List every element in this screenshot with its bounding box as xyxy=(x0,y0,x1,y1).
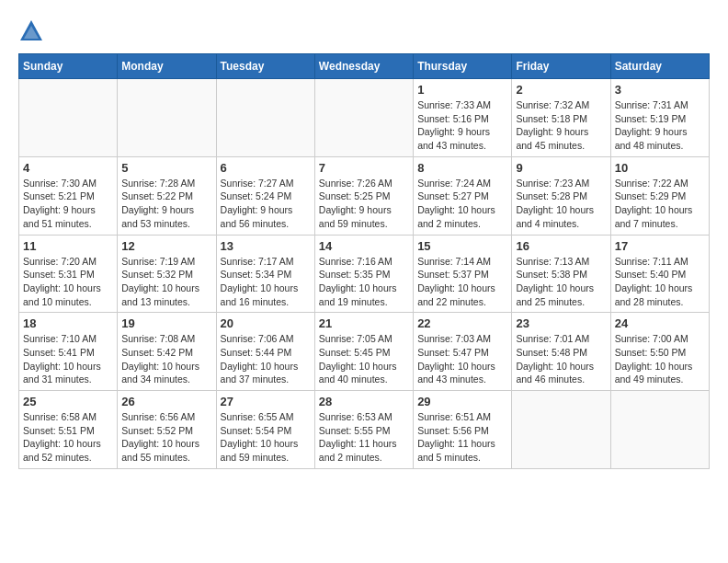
calendar-cell xyxy=(512,391,610,469)
calendar-cell: 23Sunrise: 7:01 AM Sunset: 5:48 PM Dayli… xyxy=(512,313,610,391)
calendar-cell: 14Sunrise: 7:16 AM Sunset: 5:35 PM Dayli… xyxy=(314,235,413,313)
day-info: Sunrise: 7:30 AM Sunset: 5:21 PM Dayligh… xyxy=(23,177,113,231)
calendar-cell xyxy=(216,79,314,157)
day-number: 21 xyxy=(319,316,409,330)
calendar-week-row: 1Sunrise: 7:33 AM Sunset: 5:16 PM Daylig… xyxy=(19,79,710,157)
day-info: Sunrise: 7:06 AM Sunset: 5:44 PM Dayligh… xyxy=(221,332,311,386)
day-info: Sunrise: 7:03 AM Sunset: 5:47 PM Dayligh… xyxy=(417,332,507,386)
day-info: Sunrise: 7:31 AM Sunset: 5:19 PM Dayligh… xyxy=(615,98,705,153)
day-info: Sunrise: 7:14 AM Sunset: 5:37 PM Dayligh… xyxy=(417,255,507,309)
calendar-cell: 12Sunrise: 7:19 AM Sunset: 5:32 PM Dayli… xyxy=(118,235,216,313)
day-number: 29 xyxy=(417,395,507,408)
calendar-cell: 20Sunrise: 7:06 AM Sunset: 5:44 PM Dayli… xyxy=(216,313,314,391)
day-number: 25 xyxy=(23,395,113,408)
calendar-week-row: 4Sunrise: 7:30 AM Sunset: 5:21 PM Daylig… xyxy=(19,156,710,235)
column-header-wednesday: Wednesday xyxy=(314,54,413,79)
calendar-cell: 18Sunrise: 7:10 AM Sunset: 5:41 PM Dayli… xyxy=(19,313,118,391)
day-number: 17 xyxy=(615,239,705,253)
calendar-cell: 1Sunrise: 7:33 AM Sunset: 5:16 PM Daylig… xyxy=(414,79,512,157)
day-info: Sunrise: 7:16 AM Sunset: 5:35 PM Dayligh… xyxy=(319,255,409,309)
calendar-cell: 13Sunrise: 7:17 AM Sunset: 5:34 PM Dayli… xyxy=(216,235,314,313)
day-info: Sunrise: 6:56 AM Sunset: 5:52 PM Dayligh… xyxy=(121,410,211,465)
calendar-cell: 16Sunrise: 7:13 AM Sunset: 5:38 PM Dayli… xyxy=(512,235,610,313)
day-info: Sunrise: 7:23 AM Sunset: 5:28 PM Dayligh… xyxy=(516,177,606,231)
calendar-cell: 5Sunrise: 7:28 AM Sunset: 5:22 PM Daylig… xyxy=(118,156,216,235)
day-info: Sunrise: 7:26 AM Sunset: 5:25 PM Dayligh… xyxy=(319,177,409,231)
day-info: Sunrise: 7:13 AM Sunset: 5:38 PM Dayligh… xyxy=(516,255,606,309)
day-number: 12 xyxy=(121,239,211,253)
day-number: 16 xyxy=(516,239,606,253)
calendar-cell: 11Sunrise: 7:20 AM Sunset: 5:31 PM Dayli… xyxy=(19,235,118,313)
day-info: Sunrise: 6:53 AM Sunset: 5:55 PM Dayligh… xyxy=(319,410,409,465)
calendar-cell: 3Sunrise: 7:31 AM Sunset: 5:19 PM Daylig… xyxy=(610,79,709,157)
day-info: Sunrise: 7:05 AM Sunset: 5:45 PM Dayligh… xyxy=(319,332,409,386)
day-number: 5 xyxy=(121,161,211,175)
calendar-cell: 10Sunrise: 7:22 AM Sunset: 5:29 PM Dayli… xyxy=(610,156,709,235)
day-info: Sunrise: 7:24 AM Sunset: 5:27 PM Dayligh… xyxy=(417,177,507,231)
day-number: 6 xyxy=(221,161,311,175)
logo xyxy=(18,18,48,44)
calendar-cell: 15Sunrise: 7:14 AM Sunset: 5:37 PM Dayli… xyxy=(414,235,512,313)
day-number: 8 xyxy=(417,161,507,175)
calendar-cell: 19Sunrise: 7:08 AM Sunset: 5:42 PM Dayli… xyxy=(118,313,216,391)
day-number: 19 xyxy=(121,316,211,330)
day-info: Sunrise: 7:19 AM Sunset: 5:32 PM Dayligh… xyxy=(121,255,211,309)
day-info: Sunrise: 6:51 AM Sunset: 5:56 PM Dayligh… xyxy=(417,410,507,465)
column-header-saturday: Saturday xyxy=(610,54,709,79)
calendar-cell: 2Sunrise: 7:32 AM Sunset: 5:18 PM Daylig… xyxy=(512,79,610,157)
calendar-cell xyxy=(610,391,709,469)
day-info: Sunrise: 7:17 AM Sunset: 5:34 PM Dayligh… xyxy=(221,255,311,309)
day-info: Sunrise: 7:08 AM Sunset: 5:42 PM Dayligh… xyxy=(121,332,211,386)
day-number: 14 xyxy=(319,239,409,253)
day-number: 28 xyxy=(319,395,409,408)
day-number: 1 xyxy=(417,83,507,97)
day-info: Sunrise: 7:27 AM Sunset: 5:24 PM Dayligh… xyxy=(221,177,311,231)
day-info: Sunrise: 7:32 AM Sunset: 5:18 PM Dayligh… xyxy=(516,98,606,153)
column-header-tuesday: Tuesday xyxy=(216,54,314,79)
calendar-week-row: 25Sunrise: 6:58 AM Sunset: 5:51 PM Dayli… xyxy=(19,391,710,469)
day-info: Sunrise: 7:22 AM Sunset: 5:29 PM Dayligh… xyxy=(615,177,705,231)
day-info: Sunrise: 7:00 AM Sunset: 5:50 PM Dayligh… xyxy=(615,332,705,386)
day-info: Sunrise: 7:11 AM Sunset: 5:40 PM Dayligh… xyxy=(615,255,705,309)
page-header xyxy=(18,18,710,44)
day-info: Sunrise: 6:58 AM Sunset: 5:51 PM Dayligh… xyxy=(23,410,113,465)
calendar-cell xyxy=(314,79,413,157)
column-header-monday: Monday xyxy=(118,54,216,79)
day-number: 7 xyxy=(319,161,409,175)
day-number: 20 xyxy=(221,316,311,330)
calendar-cell: 28Sunrise: 6:53 AM Sunset: 5:55 PM Dayli… xyxy=(314,391,413,469)
calendar-cell: 21Sunrise: 7:05 AM Sunset: 5:45 PM Dayli… xyxy=(314,313,413,391)
day-number: 10 xyxy=(615,161,705,175)
calendar-cell xyxy=(118,79,216,157)
day-number: 2 xyxy=(516,83,606,97)
calendar-cell: 22Sunrise: 7:03 AM Sunset: 5:47 PM Dayli… xyxy=(414,313,512,391)
day-number: 9 xyxy=(516,161,606,175)
day-number: 18 xyxy=(23,316,113,330)
calendar-cell: 17Sunrise: 7:11 AM Sunset: 5:40 PM Dayli… xyxy=(610,235,709,313)
day-number: 11 xyxy=(23,239,113,253)
calendar-cell: 8Sunrise: 7:24 AM Sunset: 5:27 PM Daylig… xyxy=(414,156,512,235)
day-info: Sunrise: 7:01 AM Sunset: 5:48 PM Dayligh… xyxy=(516,332,606,386)
calendar-cell: 4Sunrise: 7:30 AM Sunset: 5:21 PM Daylig… xyxy=(19,156,118,235)
day-number: 13 xyxy=(221,239,311,253)
day-number: 22 xyxy=(417,316,507,330)
calendar-cell: 7Sunrise: 7:26 AM Sunset: 5:25 PM Daylig… xyxy=(314,156,413,235)
day-info: Sunrise: 7:28 AM Sunset: 5:22 PM Dayligh… xyxy=(121,177,211,231)
column-header-thursday: Thursday xyxy=(414,54,512,79)
logo-icon xyxy=(18,18,44,44)
calendar-week-row: 11Sunrise: 7:20 AM Sunset: 5:31 PM Dayli… xyxy=(19,235,710,313)
column-header-friday: Friday xyxy=(512,54,610,79)
day-info: Sunrise: 7:20 AM Sunset: 5:31 PM Dayligh… xyxy=(23,255,113,309)
calendar-table: SundayMondayTuesdayWednesdayThursdayFrid… xyxy=(18,53,710,469)
day-number: 27 xyxy=(221,395,311,408)
day-number: 24 xyxy=(615,316,705,330)
calendar-cell: 25Sunrise: 6:58 AM Sunset: 5:51 PM Dayli… xyxy=(19,391,118,469)
calendar-cell: 9Sunrise: 7:23 AM Sunset: 5:28 PM Daylig… xyxy=(512,156,610,235)
calendar-header-row: SundayMondayTuesdayWednesdayThursdayFrid… xyxy=(19,54,710,79)
calendar-week-row: 18Sunrise: 7:10 AM Sunset: 5:41 PM Dayli… xyxy=(19,313,710,391)
calendar-cell xyxy=(19,79,118,157)
day-info: Sunrise: 7:33 AM Sunset: 5:16 PM Dayligh… xyxy=(417,98,507,153)
calendar-cell: 27Sunrise: 6:55 AM Sunset: 5:54 PM Dayli… xyxy=(216,391,314,469)
day-number: 26 xyxy=(121,395,211,408)
day-number: 15 xyxy=(417,239,507,253)
